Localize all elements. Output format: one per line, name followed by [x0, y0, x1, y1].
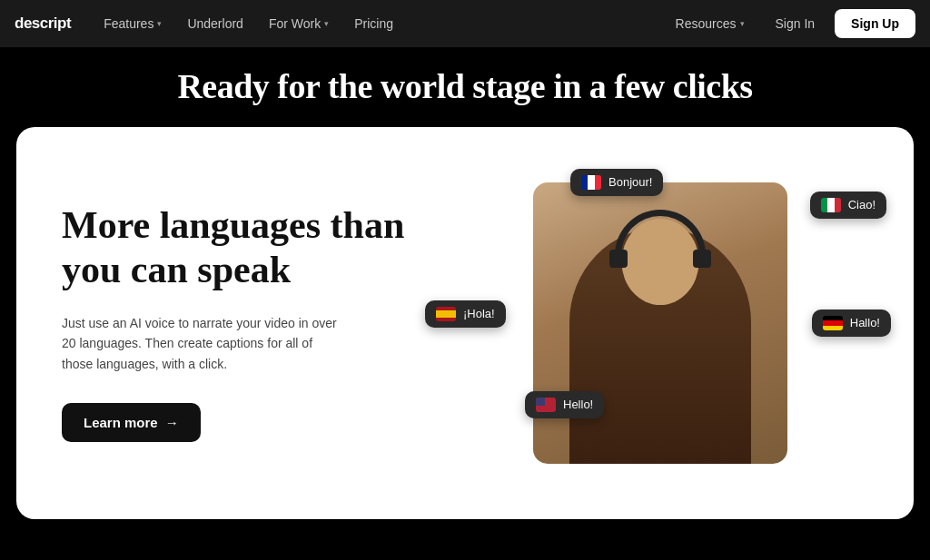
headphones-illustration	[615, 210, 706, 255]
nav-item-pricing[interactable]: Pricing	[343, 11, 404, 36]
flag-germany	[823, 316, 843, 330]
flag-italy	[821, 198, 841, 212]
hero-title: Ready for the world stage in a few click…	[18, 67, 912, 107]
logo[interactable]: descript	[15, 15, 71, 33]
chevron-down-icon: ▾	[157, 19, 162, 28]
nav-item-features[interactable]: Features ▾	[93, 11, 173, 36]
nav-left: Features ▾ Underlord For Work ▾ Pricing	[93, 11, 664, 36]
language-bubble-hello: Hello!	[525, 391, 604, 418]
language-bubble-ciao: Ciao!	[810, 192, 886, 219]
nav-item-resources[interactable]: Resources ▾	[665, 11, 756, 36]
chevron-down-icon: ▾	[324, 19, 329, 28]
card-left: More languages than you can speak Just u…	[62, 203, 443, 442]
feature-card: More languages than you can speak Just u…	[16, 127, 914, 519]
nav-signup-button[interactable]: Sign Up	[835, 9, 915, 38]
nav-signin-button[interactable]: Sign In	[763, 11, 828, 36]
language-bubble-hola: ¡Hola!	[425, 300, 506, 328]
card-right: Bonjour! Ciao! ¡Hola! Hallo! Hello!	[443, 160, 877, 486]
card-heading: More languages than you can speak	[62, 203, 443, 291]
flag-france	[581, 175, 601, 190]
learn-more-button[interactable]: Learn more →	[62, 403, 201, 442]
nav-item-underlord[interactable]: Underlord	[176, 11, 253, 36]
chevron-down-icon: ▾	[740, 19, 745, 28]
person-illustration	[533, 182, 787, 464]
hero-banner: Ready for the world stage in a few click…	[0, 47, 930, 127]
flag-spain	[436, 307, 456, 321]
flag-usa	[536, 398, 556, 412]
nav-right: Resources ▾ Sign In Sign Up	[665, 9, 915, 38]
feature-card-wrapper: More languages than you can speak Just u…	[0, 127, 930, 535]
card-description: Just use an AI voice to narrate your vid…	[62, 313, 343, 374]
language-bubble-hallo: Hallo!	[812, 309, 891, 337]
navigation: descript Features ▾ Underlord For Work ▾…	[0, 0, 930, 47]
language-bubble-bonjour: Bonjour!	[570, 169, 663, 196]
nav-item-for-work[interactable]: For Work ▾	[258, 11, 340, 36]
